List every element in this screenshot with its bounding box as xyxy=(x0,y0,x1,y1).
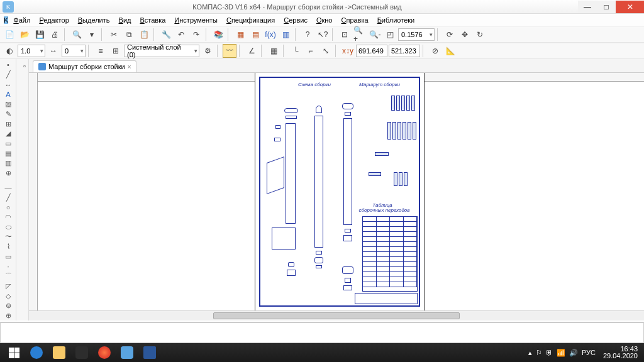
contour-icon[interactable]: ◇ xyxy=(1,292,15,301)
zoom-all-icon[interactable]: ⊡ xyxy=(338,28,352,41)
circle-icon[interactable]: ○ xyxy=(1,202,15,212)
select-tool-icon[interactable]: ▭ xyxy=(1,139,15,148)
start-button[interactable] xyxy=(3,344,25,361)
step-combo[interactable]: 0 xyxy=(62,45,86,57)
tray-safe-icon[interactable]: ⛨ xyxy=(546,349,553,356)
app-menu-icon[interactable]: K xyxy=(4,16,8,24)
undo-icon[interactable]: ↶ xyxy=(174,28,188,41)
step-icon[interactable]: ↔ xyxy=(47,44,60,58)
hatch-tool-icon[interactable]: ▨ xyxy=(1,100,15,109)
props-icon[interactable]: 🔧 xyxy=(159,28,173,41)
tray-lang[interactable]: РУС xyxy=(582,349,596,356)
zoom-window-icon[interactable]: ◰ xyxy=(383,28,397,41)
zoom-out-icon[interactable]: 🔍- xyxy=(368,28,382,41)
scroll-thumb[interactable] xyxy=(213,312,459,319)
tray-sound-icon[interactable]: 🔊 xyxy=(569,349,578,357)
menu-view[interactable]: Вид xyxy=(115,15,135,25)
tray-clock[interactable]: 16:43 29.04.2020 xyxy=(599,346,641,359)
manager-icon[interactable]: ▦ xyxy=(233,28,247,41)
ortho-icon[interactable]: └ xyxy=(289,44,303,58)
layers-icon[interactable]: ≡ xyxy=(94,44,108,58)
menu-window[interactable]: Окно xyxy=(313,15,336,25)
polyline-icon[interactable]: ⌇ xyxy=(1,242,15,251)
menu-select[interactable]: Выделить xyxy=(74,15,114,25)
point-icon[interactable]: · xyxy=(1,262,15,272)
measure-icon[interactable]: 📐 xyxy=(443,44,457,58)
rect-icon[interactable]: ▭ xyxy=(1,252,15,261)
style-icon[interactable]: 〰 xyxy=(223,44,236,58)
zoom-in-icon[interactable]: 🔍+ xyxy=(353,28,367,41)
redo-icon[interactable]: ↷ xyxy=(189,28,203,41)
point-tool-icon[interactable]: • xyxy=(1,60,15,70)
menu-spec[interactable]: Спецификация xyxy=(223,15,279,25)
fillet-icon[interactable]: ⌒ xyxy=(1,272,15,281)
report-icon[interactable]: ▥ xyxy=(279,28,292,41)
preview-icon[interactable]: 🔍 xyxy=(70,28,84,41)
help-icon[interactable]: ? xyxy=(301,28,314,41)
menu-file[interactable]: Файл xyxy=(9,15,34,25)
horizontal-scrollbar[interactable] xyxy=(29,310,644,321)
line-seg-icon[interactable]: — xyxy=(1,183,15,192)
minimize-button[interactable]: — xyxy=(578,1,597,13)
copy-icon[interactable]: ⧉ xyxy=(122,28,136,41)
equidist-icon[interactable]: ⊚ xyxy=(1,302,15,311)
open-icon[interactable]: 📂 xyxy=(18,28,31,41)
ellipse-icon[interactable]: ⬭ xyxy=(1,222,15,232)
menu-insert[interactable]: Вставка xyxy=(136,15,169,25)
state-icon[interactable]: ◐ xyxy=(3,44,16,58)
lcs-icon[interactable]: ⤡ xyxy=(319,44,333,58)
task-kompas-icon[interactable] xyxy=(116,344,138,361)
task-ie-icon[interactable] xyxy=(25,344,48,361)
task-word-icon[interactable] xyxy=(138,344,161,361)
tray-flag-icon[interactable]: ⚐ xyxy=(536,349,542,357)
tree-icon[interactable]: ⊞ xyxy=(109,44,123,58)
task-browser-icon[interactable] xyxy=(93,344,116,361)
snap-icon[interactable]: ∠ xyxy=(245,44,258,58)
break-icon[interactable]: ⊘ xyxy=(428,44,442,58)
line-tool-icon[interactable]: ╱ xyxy=(1,70,15,80)
tray-up-icon[interactable]: ▴ xyxy=(528,349,532,357)
refresh-icon[interactable]: ⟳ xyxy=(443,28,457,41)
new-icon[interactable]: 📄 xyxy=(3,28,16,41)
coord-xy-icon[interactable]: x↕y xyxy=(341,44,355,58)
paste-icon[interactable]: 📋 xyxy=(137,28,151,41)
round-icon[interactable]: ⌐ xyxy=(304,44,318,58)
spec-tool-icon[interactable]: ▤ xyxy=(1,149,15,158)
grid-icon[interactable]: ▦ xyxy=(267,44,280,58)
drawing-canvas[interactable]: Схема сборки Маршрут сборки xyxy=(29,73,644,310)
document-tab[interactable]: Маршрут сборки стойки × xyxy=(33,60,136,72)
close-button[interactable]: ✕ xyxy=(616,1,644,13)
task-explorer-icon[interactable] xyxy=(48,344,70,361)
pan-icon[interactable]: ✥ xyxy=(458,28,472,41)
tray-network-icon[interactable]: 📶 xyxy=(557,349,565,357)
coord-y[interactable]: 521.323 xyxy=(389,45,420,57)
rotate-icon[interactable]: ↻ xyxy=(473,28,487,41)
report-tool-icon[interactable]: ▥ xyxy=(1,158,15,168)
dimension-tool-icon[interactable]: ↔ xyxy=(1,80,15,89)
param-tool-icon[interactable]: ⊞ xyxy=(1,119,15,129)
collect-icon[interactable]: ⊕ xyxy=(1,311,15,321)
dropdown-icon[interactable]: ▾ xyxy=(85,28,99,41)
arc-icon[interactable]: ◠ xyxy=(1,212,15,222)
text-tool-icon[interactable]: A xyxy=(1,90,15,99)
cut-icon[interactable]: ✂ xyxy=(107,28,121,41)
vars-icon[interactable]: f(x) xyxy=(264,28,277,41)
whatsthis-icon[interactable]: ↖? xyxy=(316,28,330,41)
aux-line-icon[interactable]: ╱ xyxy=(1,193,15,202)
tab-close-icon[interactable]: × xyxy=(128,63,131,70)
maximize-button[interactable]: □ xyxy=(597,1,616,13)
save-icon[interactable]: 💾 xyxy=(33,28,47,41)
menu-libraries[interactable]: Библиотеки xyxy=(374,15,419,25)
scale-combo[interactable]: 1.0 xyxy=(18,45,45,57)
specs-icon[interactable]: ▤ xyxy=(248,28,262,41)
layer-combo[interactable]: Системный слой (0) xyxy=(124,45,199,57)
measure-tool-icon[interactable]: ◢ xyxy=(1,129,15,138)
menu-tools[interactable]: Инструменты xyxy=(170,15,221,25)
insert-tool-icon[interactable]: ⊕ xyxy=(1,168,15,178)
spline-icon[interactable]: 〜 xyxy=(1,232,15,241)
task-player-icon[interactable] xyxy=(70,344,93,361)
zoom-combo[interactable]: 0.1576 xyxy=(398,28,435,41)
layer-props-icon[interactable]: ⚙ xyxy=(201,44,214,58)
edit-tool-icon[interactable]: ✎ xyxy=(1,109,15,119)
chamfer-icon[interactable]: ◸ xyxy=(1,282,15,291)
